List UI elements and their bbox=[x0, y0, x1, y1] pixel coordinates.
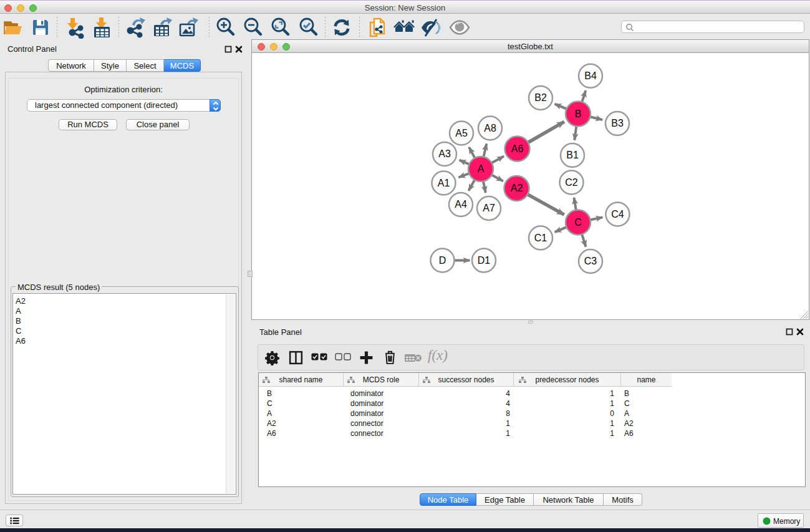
svg-text:B1: B1 bbox=[566, 150, 579, 160]
svg-text:C4: C4 bbox=[611, 209, 624, 220]
svg-text:B3: B3 bbox=[611, 118, 624, 128]
svg-text:A: A bbox=[478, 163, 485, 174]
svg-text:B: B bbox=[575, 109, 582, 119]
svg-text:B2: B2 bbox=[534, 92, 547, 103]
svg-text:A6: A6 bbox=[511, 143, 524, 154]
svg-text:A2: A2 bbox=[511, 183, 523, 193]
svg-text:A7: A7 bbox=[483, 203, 495, 213]
svg-text:C: C bbox=[574, 217, 582, 228]
svg-text:A3: A3 bbox=[438, 148, 451, 159]
svg-text:A5: A5 bbox=[455, 128, 468, 138]
svg-text:D: D bbox=[439, 255, 446, 266]
svg-text:A8: A8 bbox=[484, 123, 496, 133]
svg-text:C2: C2 bbox=[565, 177, 578, 188]
svg-text:A1: A1 bbox=[438, 178, 450, 188]
svg-text:B4: B4 bbox=[584, 70, 597, 81]
svg-text:D1: D1 bbox=[478, 255, 491, 266]
svg-text:A4: A4 bbox=[455, 199, 467, 210]
svg-text:C3: C3 bbox=[584, 256, 597, 266]
svg-text:C1: C1 bbox=[534, 233, 547, 243]
